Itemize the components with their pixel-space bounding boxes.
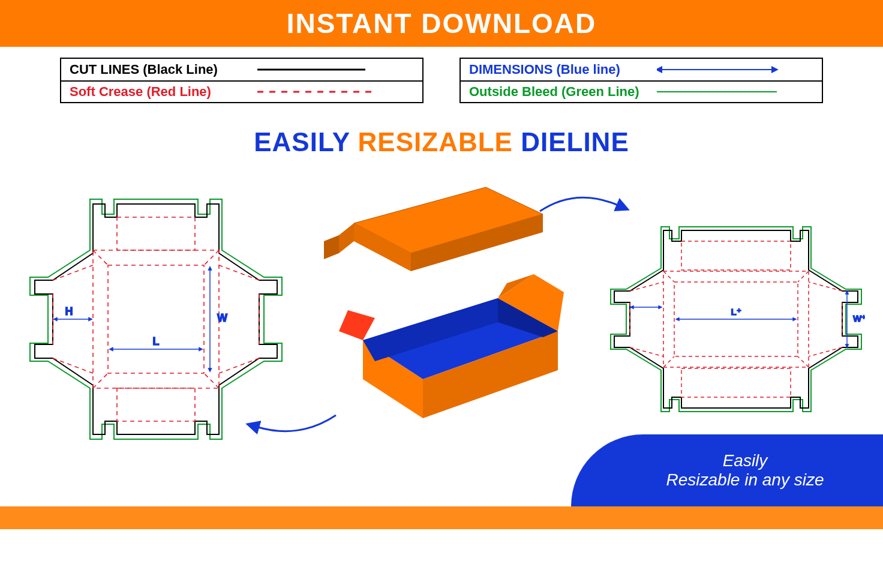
legend-label-bleed: Outside Bleed (Green Line) — [469, 84, 657, 100]
callout-line2: Resizable in any size — [666, 470, 824, 490]
cut-line-icon — [257, 62, 414, 77]
crease-line-icon — [257, 85, 414, 99]
dim-wplus-label: W⁺ — [853, 313, 865, 323]
legend-label-dim: DIMENSIONS (Blue line) — [469, 62, 657, 77]
svg-line-12 — [219, 265, 259, 280]
svg-rect-17 — [117, 388, 195, 421]
callout-badge: Easily Resizable in any size — [571, 434, 883, 506]
svg-line-11 — [53, 358, 93, 373]
legend-sample-dim — [657, 62, 813, 77]
content-area: H L W — [0, 157, 883, 529]
svg-rect-16 — [117, 217, 195, 250]
subhead-word-resizable: RESIZABLE — [358, 127, 513, 157]
legend-sample-cut — [257, 62, 414, 77]
legend-row-dim: DIMENSIONS (Blue line) — [461, 59, 822, 80]
svg-marker-24 — [339, 223, 354, 253]
subheading: EASILY RESIZABLE DIELINE — [0, 127, 883, 157]
banner-title: INSTANT DOWNLOAD — [287, 7, 597, 40]
subhead-word-easily: EASILY — [254, 127, 350, 157]
dieline-left: H L W — [24, 193, 288, 445]
dim-l-label: L — [153, 335, 160, 347]
svg-line-39 — [798, 356, 809, 367]
svg-line-38 — [663, 356, 674, 367]
dimension-arrow-icon — [657, 62, 813, 77]
bottom-bar — [0, 506, 883, 529]
svg-line-36 — [663, 271, 674, 282]
top-banner: INSTANT DOWNLOAD — [0, 0, 883, 47]
legend-sample-crease — [257, 85, 414, 99]
svg-rect-47 — [681, 368, 791, 397]
box-base-icon — [339, 274, 564, 418]
dieline-right: L⁺ W⁺ — [607, 223, 865, 415]
svg-line-8 — [93, 373, 108, 388]
bleed-line-icon — [657, 85, 813, 99]
legend-row-crease: Soft Crease (Red Line) — [61, 80, 422, 102]
legend-label-crease: Soft Crease (Red Line) — [70, 84, 257, 100]
svg-marker-25 — [324, 235, 339, 259]
legend-column-left: CUT LINES (Black Line) Soft Crease (Red … — [60, 58, 424, 103]
legend-label-cut: CUT LINES (Black Line) — [70, 62, 257, 77]
svg-line-37 — [798, 271, 809, 282]
legend: CUT LINES (Black Line) Soft Crease (Red … — [0, 47, 883, 103]
dim-w-label: W — [217, 312, 227, 324]
box-lid-icon — [324, 187, 543, 271]
callout-line1: Easily — [723, 451, 768, 470]
dimension-arrows-right-icon: L⁺ W⁺ — [633, 294, 865, 344]
svg-line-10 — [53, 265, 93, 280]
dimension-arrows-icon: H L W — [57, 270, 227, 368]
legend-row-bleed: Outside Bleed (Green Line) — [461, 80, 822, 102]
svg-line-13 — [219, 358, 259, 373]
subhead-word-dieline: DIELINE — [521, 127, 629, 157]
dim-h-label: H — [65, 305, 73, 317]
box-3d — [306, 181, 570, 433]
svg-line-6 — [93, 250, 108, 265]
callout: Easily Resizable in any size — [571, 404, 883, 506]
legend-row-cut: CUT LINES (Black Line) — [61, 59, 422, 80]
svg-line-7 — [204, 250, 219, 265]
svg-line-9 — [204, 373, 219, 388]
svg-rect-4 — [108, 265, 204, 373]
legend-sample-bleed — [657, 85, 813, 99]
svg-rect-5 — [93, 250, 219, 388]
legend-column-right: DIMENSIONS (Blue line) Outside Bleed (Gr… — [459, 58, 823, 103]
svg-rect-46 — [681, 241, 791, 270]
dim-lplus-label: L⁺ — [731, 307, 741, 317]
svg-marker-33 — [339, 310, 375, 340]
